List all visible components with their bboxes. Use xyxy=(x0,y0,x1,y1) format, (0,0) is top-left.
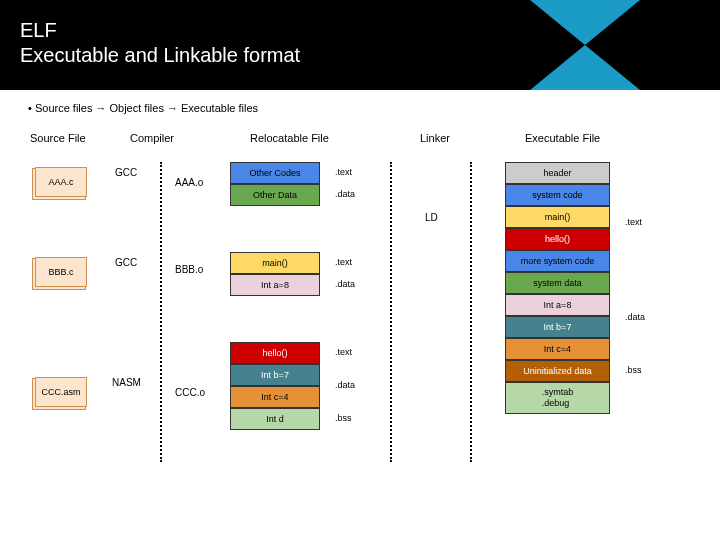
reloc-ccc-b: Int b=7 xyxy=(230,364,320,386)
seg-aaa-text: .text xyxy=(335,167,352,177)
reloc-ccc-d: Int d xyxy=(230,408,320,430)
exec-uninit: Uninitialized data xyxy=(505,360,610,382)
compilation-diagram: Source File Compiler Relocatable File Li… xyxy=(20,132,700,512)
object-aaa: AAA.o xyxy=(175,177,203,188)
source-bbb: BBB.c xyxy=(35,257,87,287)
col-executable: Executable File xyxy=(525,132,600,144)
exec-a: Int a=8 xyxy=(505,294,610,316)
col-linker: Linker xyxy=(420,132,450,144)
reloc-aaa-data: Other Data xyxy=(230,184,320,206)
seg-bbb-text: .text xyxy=(335,257,352,267)
seg-ccc-bss: .bss xyxy=(335,413,352,423)
exec-header: header xyxy=(505,162,610,184)
exec-main: main() xyxy=(505,206,610,228)
seg-bbb-data: .data xyxy=(335,279,355,289)
exec-hello: hello() xyxy=(505,228,610,250)
reloc-ccc-hello: hello() xyxy=(230,342,320,364)
exec-moresys: more system code xyxy=(505,250,610,272)
compiler-3: NASM xyxy=(112,377,141,388)
reloc-bbb-a: Int a=8 xyxy=(230,274,320,296)
seg-ccc-text: .text xyxy=(335,347,352,357)
divider-3 xyxy=(470,162,472,462)
object-ccc: CCC.o xyxy=(175,387,205,398)
ld-label: LD xyxy=(425,212,438,223)
compiler-1: GCC xyxy=(115,167,137,178)
col-source: Source File xyxy=(30,132,86,144)
reloc-ccc-c: Int c=4 xyxy=(230,386,320,408)
exec-b: Int b=7 xyxy=(505,316,610,338)
slide-header: ELF Executable and Linkable format xyxy=(0,0,720,90)
right-data: .data xyxy=(625,312,645,322)
col-compiler: Compiler xyxy=(130,132,174,144)
title-line1: ELF xyxy=(20,19,57,41)
exec-symtab: .symtab .debug xyxy=(505,382,610,414)
hourglass-decoration xyxy=(530,0,640,90)
col-relocatable: Relocatable File xyxy=(250,132,329,144)
reloc-bbb-main: main() xyxy=(230,252,320,274)
slide-content: Source files → Object files → Executable… xyxy=(0,90,720,524)
seg-ccc-data: .data xyxy=(335,380,355,390)
divider-1 xyxy=(160,162,162,462)
exec-syscode: system code xyxy=(505,184,610,206)
bullet-text: Source files → Object files → Executable… xyxy=(20,102,700,114)
right-bss: .bss xyxy=(625,365,642,375)
right-text: .text xyxy=(625,217,642,227)
seg-aaa-data: .data xyxy=(335,189,355,199)
exec-sysdata: system data xyxy=(505,272,610,294)
source-aaa: AAA.c xyxy=(35,167,87,197)
reloc-aaa-codes: Other Codes xyxy=(230,162,320,184)
divider-2 xyxy=(390,162,392,462)
exec-c: Int c=4 xyxy=(505,338,610,360)
title-line2: Executable and Linkable format xyxy=(20,44,300,66)
object-bbb: BBB.o xyxy=(175,264,203,275)
compiler-2: GCC xyxy=(115,257,137,268)
source-ccc: CCC.asm xyxy=(35,377,87,407)
